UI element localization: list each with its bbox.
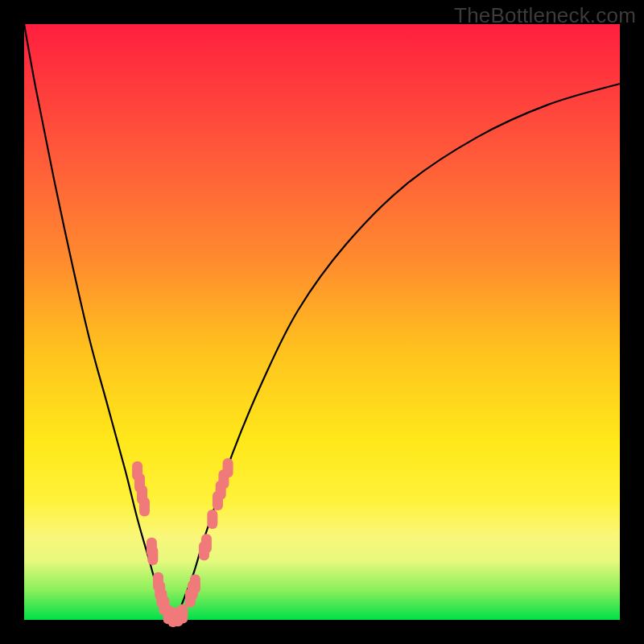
highlight-marker	[207, 510, 217, 529]
chart-svg	[24, 24, 620, 620]
highlight-marker	[190, 575, 200, 594]
plot-area	[24, 24, 620, 620]
curve-right-branch	[173, 84, 620, 620]
outer-frame: TheBottleneck.com	[0, 0, 644, 644]
highlight-marker	[223, 458, 233, 477]
highlight-marker	[177, 605, 188, 624]
highlight-marker	[147, 546, 158, 565]
curve-left-branch	[24, 24, 173, 620]
highlight-marker	[201, 534, 212, 553]
highlight-marker	[139, 497, 150, 516]
